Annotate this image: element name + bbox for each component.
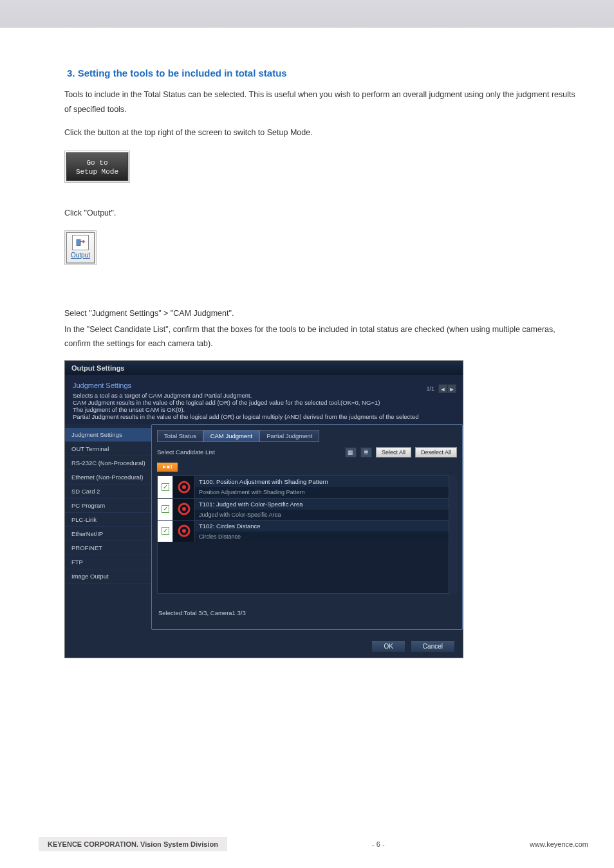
footer-page-number: - 6 - xyxy=(227,840,530,848)
output-button[interactable]: Output xyxy=(66,232,95,263)
tool-row-t100[interactable]: T100: Position Adjustment with Shading P… xyxy=(158,476,449,498)
output-settings-footer: OK Cancel xyxy=(65,635,463,658)
judgment-tabs: Total Status CAM Judgment Partial Judgme… xyxy=(157,430,457,442)
output-button-shot: Output xyxy=(64,230,97,265)
tool-sub-t100: Position Adjustment with Shading Pattern xyxy=(195,487,449,497)
sidebar-item-out-terminal[interactable]: OUT Terminal xyxy=(65,442,155,456)
step-2-text: Click "Output". xyxy=(64,206,575,221)
output-icon xyxy=(72,235,89,250)
output-settings-dialog: Output Settings Judgment Settings Select… xyxy=(64,360,463,658)
judgment-settings-header: Judgment Settings Selects a tool as a ta… xyxy=(65,375,463,424)
page-content: 3. Setting the tools to be included in t… xyxy=(0,28,614,658)
view-list-icon[interactable]: ≣ xyxy=(360,447,372,457)
setup-btn-line1: Go to xyxy=(67,158,127,167)
ok-button[interactable]: OK xyxy=(371,640,405,652)
step-3a-text: Select "Judgment Settings" > "CAM Judgme… xyxy=(64,306,575,321)
tool-thumb-t100 xyxy=(173,476,195,498)
tool-thumb-t101 xyxy=(173,499,195,520)
intro-paragraph: Tools to include in the Total Status can… xyxy=(64,88,575,116)
camera-tab-1[interactable]: ►■ 1 xyxy=(157,463,178,472)
page-footer: KEYENCE CORPORATION. Vision System Divis… xyxy=(0,837,614,851)
select-candidate-list-label: Select Candidate List xyxy=(157,448,341,456)
output-settings-body: Judgment Settings OUT Terminal RS-232C (… xyxy=(65,424,463,635)
section-heading: 3. Setting the tools to be included in t… xyxy=(67,68,575,78)
footer-right: www.keyence.com xyxy=(530,840,614,848)
tool-list-scrollbar[interactable] xyxy=(449,476,457,594)
header-line-2: CAM Judgment results in the value of the… xyxy=(73,399,455,406)
tool-sub-t101: Judged with Color-Specific Area xyxy=(195,510,449,520)
header-band xyxy=(0,0,614,28)
setup-btn-line2: Setup Mode xyxy=(67,167,127,176)
tool-name-t101: T101: Judged with Color-Specific Area xyxy=(195,499,449,510)
sidebar-item-ethernet-ip[interactable]: EtherNet/IP xyxy=(65,527,155,541)
setup-mode-button-shot: Go to Setup Mode xyxy=(64,151,130,183)
go-to-setup-mode-button[interactable]: Go to Setup Mode xyxy=(66,152,128,181)
output-settings-sidebar: Judgment Settings OUT Terminal RS-232C (… xyxy=(65,424,155,635)
selected-summary: Selected:Total 3/3, Camera1 3/3 xyxy=(158,609,457,616)
tool-sub-t102: Circles Distance xyxy=(195,531,449,542)
tool-name-t100: T100: Position Adjustment with Shading P… xyxy=(195,476,449,487)
step-3b-text: In the "Select Candidate List", confirm … xyxy=(64,322,575,351)
tool-checkbox-t102[interactable] xyxy=(158,521,173,542)
step-1-text: Click the button at the top right of the… xyxy=(64,125,575,140)
tool-name-t102: T102: Circles Distance xyxy=(195,521,449,531)
tool-row-t102[interactable]: T102: Circles Distance Circles Distance xyxy=(158,520,449,542)
svg-point-4 xyxy=(182,507,186,511)
tool-checkbox-t100[interactable] xyxy=(158,476,173,498)
svg-point-6 xyxy=(182,529,186,533)
output-settings-title: Output Settings xyxy=(65,361,463,375)
tab-total-status[interactable]: Total Status xyxy=(157,430,203,442)
sidebar-item-sd-card-2[interactable]: SD Card 2 xyxy=(65,485,155,499)
output-settings-main: Total Status CAM Judgment Partial Judgme… xyxy=(155,424,463,635)
tab-partial-judgment[interactable]: Partial Judgment xyxy=(259,430,319,442)
sidebar-item-ftp[interactable]: FTP xyxy=(65,555,155,569)
header-line-1: Selects a tool as a target of CAM Judgme… xyxy=(73,392,455,399)
sidebar-item-ethernet[interactable]: Ethernet (Non-Procedural) xyxy=(65,470,155,485)
pager: 1/1 ◄► xyxy=(426,384,456,393)
sidebar-item-rs232c[interactable]: RS-232C (Non-Procedural) xyxy=(65,456,155,470)
pager-label: 1/1 xyxy=(426,385,434,392)
sidebar-item-pc-program[interactable]: PC Program xyxy=(65,499,155,513)
tool-checkbox-t101[interactable] xyxy=(158,499,173,520)
pager-arrows[interactable]: ◄► xyxy=(438,384,456,393)
deselect-all-button[interactable]: Deselect All xyxy=(415,447,457,457)
header-line-3: The judgment of the unset CAM is OK(0). xyxy=(73,406,455,413)
tab-cam-judgment[interactable]: CAM Judgment xyxy=(203,430,259,442)
select-all-button[interactable]: Select All xyxy=(376,447,411,457)
header-line-4: Partial Judgment results in the value of… xyxy=(73,413,455,420)
cancel-button[interactable]: Cancel xyxy=(411,640,455,652)
judgment-settings-heading: Judgment Settings xyxy=(73,382,455,389)
svg-point-2 xyxy=(182,485,186,489)
tool-row-t101[interactable]: T101: Judged with Color-Specific Area Ju… xyxy=(158,498,449,520)
sidebar-item-judgment-settings[interactable]: Judgment Settings xyxy=(65,428,155,442)
tool-thumb-t102 xyxy=(173,521,195,542)
footer-left: KEYENCE CORPORATION. Vision System Divis… xyxy=(39,837,227,851)
output-button-caption: Output xyxy=(71,252,90,259)
sidebar-item-profinet[interactable]: PROFINET xyxy=(65,541,155,555)
sidebar-item-plc-link[interactable]: PLC-Link xyxy=(65,513,155,527)
view-grid-icon[interactable]: ▦ xyxy=(345,447,357,457)
sidebar-item-image-output[interactable]: Image Output xyxy=(65,569,155,584)
tool-list: T100: Position Adjustment with Shading P… xyxy=(157,476,449,594)
